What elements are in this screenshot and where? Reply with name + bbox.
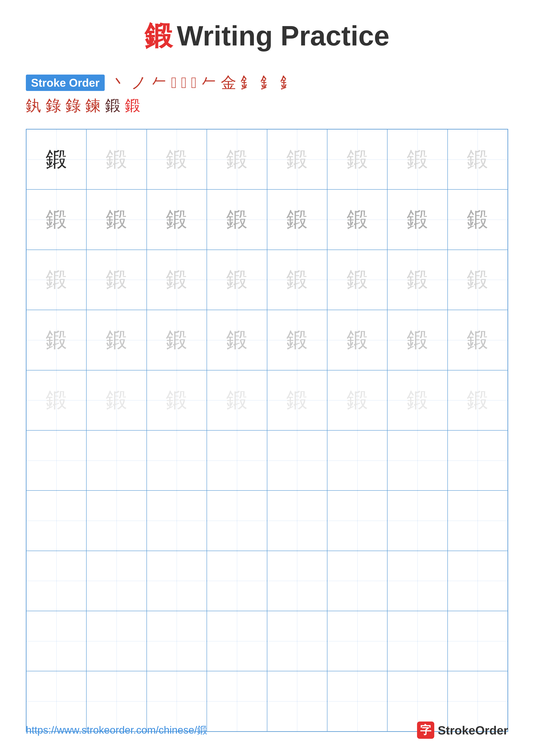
grid-cell-r2c7[interactable]: 鍛 (387, 189, 447, 250)
grid-cell-r1c2[interactable]: 鍛 (87, 129, 146, 189)
grid-cell-r6c6[interactable] (327, 430, 387, 491)
grid-cell-r8c4[interactable] (207, 551, 267, 611)
grid-cell-r1c8[interactable]: 鍛 (447, 129, 508, 189)
stroke-chars-row2: 釻 錄 錄 鍊 鍛 鍛 (26, 95, 140, 116)
grid-cell-r6c2[interactable] (87, 430, 146, 491)
stroke-15: 鍊 (85, 95, 101, 116)
grid-cell-r3c2[interactable]: 鍛 (87, 250, 146, 310)
grid-cell-r4c3[interactable]: 鍛 (147, 310, 207, 370)
cell-char: 鍛 (407, 329, 428, 351)
grid-cell-r3c7[interactable]: 鍛 (387, 250, 447, 310)
grid-cell-r4c2[interactable]: 鍛 (87, 310, 146, 370)
grid-cell-r2c6[interactable]: 鍛 (327, 189, 387, 250)
grid-cell-r9c2[interactable] (87, 611, 146, 671)
grid-cell-r3c8[interactable]: 鍛 (447, 250, 508, 310)
grid-cell-r6c3[interactable] (147, 430, 207, 491)
grid-cell-r2c1[interactable]: 鍛 (26, 189, 87, 250)
cell-char: 鍛 (46, 269, 67, 290)
grid-cell-r8c6[interactable] (327, 551, 387, 611)
grid-cell-r7c8[interactable] (447, 491, 508, 551)
page-title: 鍛Writing Practice (26, 17, 508, 55)
cell-char: 鍛 (166, 149, 188, 170)
stroke-4: 𠃊 (171, 74, 177, 92)
grid-cell-r8c3[interactable] (147, 551, 207, 611)
grid-cell-r5c8[interactable]: 鍛 (447, 370, 508, 430)
grid-cell-r8c8[interactable] (447, 551, 508, 611)
grid-cell-r5c4[interactable]: 鍛 (207, 370, 267, 430)
grid-cell-r9c8[interactable] (447, 611, 508, 671)
grid-cell-r8c1[interactable] (26, 551, 87, 611)
cell-char: 鍛 (286, 390, 308, 411)
grid-cell-r5c1[interactable]: 鍛 (26, 370, 87, 430)
stroke-9: 釒 (241, 72, 256, 93)
grid-cell-r7c7[interactable] (387, 491, 447, 551)
grid-cell-r1c3[interactable]: 鍛 (147, 129, 207, 189)
grid-cell-r9c5[interactable] (267, 611, 327, 671)
grid-cell-r1c5[interactable]: 鍛 (267, 129, 327, 189)
grid-cell-r2c2[interactable]: 鍛 (87, 189, 146, 250)
grid-cell-r5c5[interactable]: 鍛 (267, 370, 327, 430)
grid-cell-r1c7[interactable]: 鍛 (387, 129, 447, 189)
cell-char: 鍛 (346, 269, 368, 290)
grid-cell-r1c6[interactable]: 鍛 (327, 129, 387, 189)
grid-cell-r4c4[interactable]: 鍛 (207, 310, 267, 370)
grid-cell-r9c3[interactable] (147, 611, 207, 671)
grid-cell-r4c1[interactable]: 鍛 (26, 310, 87, 370)
stroke-10: 釒 (261, 72, 276, 93)
grid-cell-r2c4[interactable]: 鍛 (207, 189, 267, 250)
grid-cell-r9c1[interactable] (26, 611, 87, 671)
grid-cell-r7c1[interactable] (26, 491, 87, 551)
grid-cell-r9c7[interactable] (387, 611, 447, 671)
grid-cell-r5c6[interactable]: 鍛 (327, 370, 387, 430)
grid-cell-r6c5[interactable] (267, 430, 327, 491)
grid-cell-r6c7[interactable] (387, 430, 447, 491)
cell-char: 鍛 (286, 209, 308, 230)
stroke-3: 𠂉 (151, 74, 167, 92)
grid-cell-r3c4[interactable]: 鍛 (207, 250, 267, 310)
title-text: Writing Practice (177, 20, 390, 51)
grid-cell-r9c6[interactable] (327, 611, 387, 671)
grid-cell-r8c5[interactable] (267, 551, 327, 611)
grid-cell-r4c5[interactable]: 鍛 (267, 310, 327, 370)
grid-cell-r6c1[interactable] (26, 430, 87, 491)
cell-char: 鍛 (286, 149, 308, 170)
grid-cell-r1c4[interactable]: 鍛 (207, 129, 267, 189)
stroke-order-row2: 釻 錄 錄 鍊 鍛 鍛 (26, 95, 508, 116)
cell-char: 鍛 (46, 329, 67, 351)
grid-cell-r2c3[interactable]: 鍛 (147, 189, 207, 250)
stroke-11: 釒 (280, 72, 296, 93)
cell-char: 鍛 (226, 269, 248, 290)
grid-cell-r4c8[interactable]: 鍛 (447, 310, 508, 370)
grid-cell-r3c1[interactable]: 鍛 (26, 250, 87, 310)
footer-logo-text: StrokeOrder (438, 723, 508, 737)
cell-char: 鍛 (346, 149, 368, 170)
grid-cell-r3c3[interactable]: 鍛 (147, 250, 207, 310)
grid-cell-r4c6[interactable]: 鍛 (327, 310, 387, 370)
cell-char: 鍛 (407, 390, 428, 411)
cell-char: 鍛 (226, 390, 248, 411)
grid-cell-r6c8[interactable] (447, 430, 508, 491)
grid-cell-r7c2[interactable] (87, 491, 146, 551)
stroke-5: 𠂇 (181, 74, 187, 92)
grid-cell-r7c5[interactable] (267, 491, 327, 551)
footer-url[interactable]: https://www.strokeorder.com/chinese/鍛 (26, 723, 207, 737)
grid-cell-r4c7[interactable]: 鍛 (387, 310, 447, 370)
grid-cell-r5c7[interactable]: 鍛 (387, 370, 447, 430)
grid-cell-r8c7[interactable] (387, 551, 447, 611)
footer-logo: 字 StrokeOrder (417, 721, 508, 739)
grid-cell-r5c3[interactable]: 鍛 (147, 370, 207, 430)
grid-cell-r6c4[interactable] (207, 430, 267, 491)
grid-cell-r2c5[interactable]: 鍛 (267, 189, 327, 250)
grid-cell-r1c1[interactable]: 鍛 (26, 129, 87, 189)
cell-char: 鍛 (226, 149, 248, 170)
grid-cell-r5c2[interactable]: 鍛 (87, 370, 146, 430)
cell-char: 鍛 (226, 209, 248, 230)
grid-cell-r3c6[interactable]: 鍛 (327, 250, 387, 310)
grid-cell-r9c4[interactable] (207, 611, 267, 671)
grid-cell-r7c6[interactable] (327, 491, 387, 551)
grid-cell-r8c2[interactable] (87, 551, 146, 611)
grid-cell-r3c5[interactable]: 鍛 (267, 250, 327, 310)
grid-cell-r7c3[interactable] (147, 491, 207, 551)
grid-cell-r7c4[interactable] (207, 491, 267, 551)
grid-cell-r2c8[interactable]: 鍛 (447, 189, 508, 250)
